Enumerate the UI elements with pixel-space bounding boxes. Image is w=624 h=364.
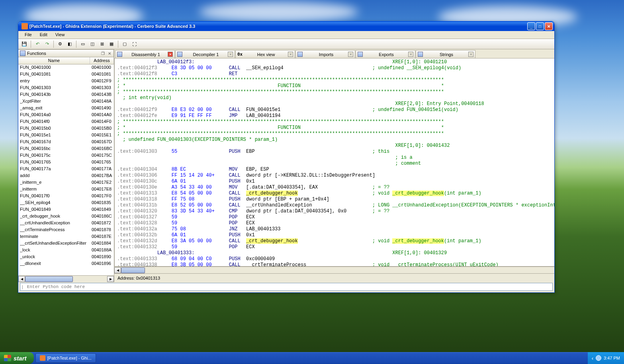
col-name-header[interactable]: Name (18, 57, 90, 64)
table-row[interactable]: _initterm004017E8 (18, 186, 114, 193)
disasm-hscroll[interactable]: ◀ ▶ (114, 267, 554, 273)
disasm-line[interactable]: .text:0040132a 75 08 JNZ LAB_00401333 (115, 226, 554, 232)
save-icon[interactable]: 💾 (20, 40, 29, 49)
clock[interactable]: 3:47 PM (604, 356, 620, 360)
tab-close-icon[interactable]: ✕ (288, 52, 293, 57)
layout2-icon[interactable]: ◫ (88, 40, 97, 49)
disasm-line[interactable]: .text:00401306 FF 15 14 20 40+ CALL dwor… (115, 173, 554, 179)
table-row[interactable]: _lock0040188A (18, 247, 114, 254)
layout3-icon[interactable]: ⊞ (98, 40, 106, 49)
disasm-line[interactable]: LAB_00401333: XREF[1,0]: 00401329 (115, 250, 554, 256)
disasm-line[interactable]: ; * FUNCTION * (115, 83, 554, 89)
tab-close-icon[interactable]: ✕ (168, 52, 173, 57)
maximize-button[interactable]: □ (536, 22, 544, 30)
tab-close-icon[interactable]: ✕ (348, 52, 353, 57)
table-row[interactable]: __crtUnhandledException00401872 (18, 220, 114, 227)
disasm-line[interactable]: ; **************************************… (115, 89, 554, 95)
table-row[interactable]: FUN_0040100000401000 (18, 64, 114, 71)
redo-icon[interactable]: ↷ (43, 40, 51, 49)
table-row[interactable]: FUN_0040108100401081 (18, 71, 114, 78)
panel-close-icon[interactable]: ✕ (107, 51, 112, 56)
table-row[interactable]: FUN_004015b0004015B0 (18, 125, 114, 132)
disasm-line[interactable]: ; int entry(void) (115, 95, 554, 101)
disasm-line[interactable]: .text:0040130e A3 54 33 40 00 MOV [.data… (115, 185, 554, 191)
table-row[interactable]: __dllonexit00401896 (18, 261, 114, 267)
disasm-line[interactable]: .text:00401328 59 POP ECX (115, 220, 554, 226)
tab-strings[interactable]: Strings ✕ (416, 50, 475, 58)
disasm-line[interactable]: XREF[2,0]: Entry Point,00400118 (115, 101, 554, 107)
disasm-line[interactable]: .text:004012f3 E8 3D 05 00 00 CALL __SEH… (115, 65, 554, 71)
tab-close-icon[interactable]: ✕ (468, 52, 473, 57)
table-row[interactable]: FUN_0040176500401765 (18, 159, 114, 166)
table-row[interactable]: entry004012F9 (18, 78, 114, 85)
scroll-right-icon[interactable]: ▶ (107, 276, 114, 282)
tab-close-icon[interactable]: ✕ (408, 52, 413, 57)
tray-expand-icon[interactable]: ‹ (592, 355, 593, 361)
disasm-line[interactable]: ; **************************************… (115, 119, 554, 125)
system-tray[interactable]: ‹ 3:47 PM (588, 352, 624, 364)
tab-exports[interactable]: Exports ✕ (356, 50, 415, 58)
tab-close-icon[interactable]: ✕ (228, 52, 233, 57)
minimize-button[interactable]: _ (527, 22, 535, 30)
table-row[interactable]: _unlock00401890 (18, 254, 114, 261)
table-row[interactable]: __crtSetUnhandledExceptionFilter00401884 (18, 240, 114, 247)
table-row[interactable]: FUN_0040143b0040143B (18, 91, 114, 98)
panel-float-icon[interactable]: ❐ (100, 51, 106, 56)
disasm-line[interactable]: .text:004012f8 C3 RET (115, 71, 554, 77)
close-button[interactable]: ✕ (545, 22, 553, 30)
tab-hexview[interactable]: 0x Hex view ✕ (235, 50, 295, 58)
disasm-line[interactable]: .text:00401332 59 POP ECX (115, 244, 554, 250)
disasm-line[interactable]: ; comment (115, 161, 554, 167)
python-input[interactable] (25, 284, 552, 290)
table-row[interactable]: FUN_0040175c0040175C (18, 152, 114, 159)
menu-view[interactable]: View (51, 31, 69, 39)
table-row[interactable]: FUN_0040184900401849 (18, 206, 114, 213)
table-row[interactable]: addd004017BA (18, 173, 114, 179)
layout1-icon[interactable]: ▭ (78, 40, 87, 49)
menu-edit[interactable]: Edit (36, 31, 51, 39)
tab-decompiler[interactable]: Decompiler 1 ✕ (175, 50, 235, 58)
disasm-line[interactable]: .text:00401327 59 POP ECX (115, 214, 554, 220)
table-row[interactable]: FUN_0040130300401303 (18, 85, 114, 91)
table-row[interactable]: FUN_004014f0004014F0 (18, 119, 114, 125)
functions-list[interactable]: FUN_0040100000401000FUN_0040108100401081… (18, 64, 114, 275)
disasm-line[interactable]: .text:00401333 68 09 04 00 C0 PUSH 0xc00… (115, 256, 554, 262)
window1-icon[interactable]: ▢ (120, 40, 129, 49)
undo-icon[interactable]: ↶ (33, 40, 42, 49)
tray-icon[interactable] (596, 355, 601, 361)
table-row[interactable]: terminate0040187E (18, 234, 114, 240)
disasm-line[interactable]: .text:004012f9 E8 E3 02 00 00 CALL FUN_0… (115, 107, 554, 113)
plugin-icon[interactable]: ◧ (65, 40, 74, 49)
disassembly-view[interactable]: ▲ ▼ LAB_004012f3: XREF[1,0]: 00401210.te… (114, 58, 554, 267)
table-row[interactable]: FUN_004016bc004016BC (18, 146, 114, 152)
disasm-line[interactable]: ; is a (115, 155, 554, 161)
titlebar[interactable]: [PatchTest.exe] - Ghidra Extension (Expe… (18, 21, 554, 31)
table-row[interactable]: _amsg_exit00401490 (18, 105, 114, 112)
table-row[interactable]: FUN_0040177a0040177A (18, 166, 114, 173)
disasm-line[interactable]: .text:00401338 E8 3B 05 00 00 CALL __crt… (115, 262, 554, 267)
scroll-thumb[interactable] (121, 267, 145, 273)
tab-disassembly[interactable]: Disassembly 1 ✕ (115, 50, 175, 58)
table-row[interactable]: FUN_004014a0004014A0 (18, 112, 114, 119)
scroll-thumb[interactable] (25, 276, 73, 282)
disasm-line[interactable]: .text:00401303 55 PUSH EBP ; this (115, 149, 554, 155)
gear-icon[interactable]: ⚙ (56, 40, 65, 49)
table-row[interactable]: _XcptFilter0040148A (18, 98, 114, 105)
functions-hscroll[interactable]: ◀ ▶ (18, 275, 114, 282)
table-row[interactable]: FUN_004017f0004017F0 (18, 193, 114, 200)
disasm-line[interactable]: ; * FUNCTION * (115, 125, 554, 131)
disasm-line[interactable]: .text:00401320 83 3D 54 33 40+ CMP dword… (115, 208, 554, 214)
disasm-line[interactable]: .text:0040130c 6A 01 PUSH 0x1 (115, 179, 554, 185)
disasm-line[interactable]: ; undefined FUN_00401303(EXCEPTION_POINT… (115, 137, 554, 143)
table-row[interactable]: _crt_debugger_hook0040186C (18, 213, 114, 220)
table-row[interactable]: _initterm_e004017E2 (18, 179, 114, 186)
start-button[interactable]: start (0, 352, 34, 364)
window2-icon[interactable]: ⛶ (130, 40, 139, 49)
disasm-line[interactable]: .text:0040131b E8 52 05 00 00 CALL __crt… (115, 202, 554, 208)
disasm-line[interactable]: XREF[1,0]: 00401432 (115, 143, 554, 149)
table-row[interactable]: FUN_004015e1004015E1 (18, 132, 114, 139)
disasm-line[interactable]: .text:00401304 8B EC MOV EBP, ESP (115, 167, 554, 173)
layout4-icon[interactable]: ▦ (107, 40, 116, 49)
table-row[interactable]: FUN_0040167d0040167D (18, 139, 114, 146)
disasm-line[interactable]: LAB_004012f3: XREF[1,0]: 00401210 (115, 59, 554, 65)
